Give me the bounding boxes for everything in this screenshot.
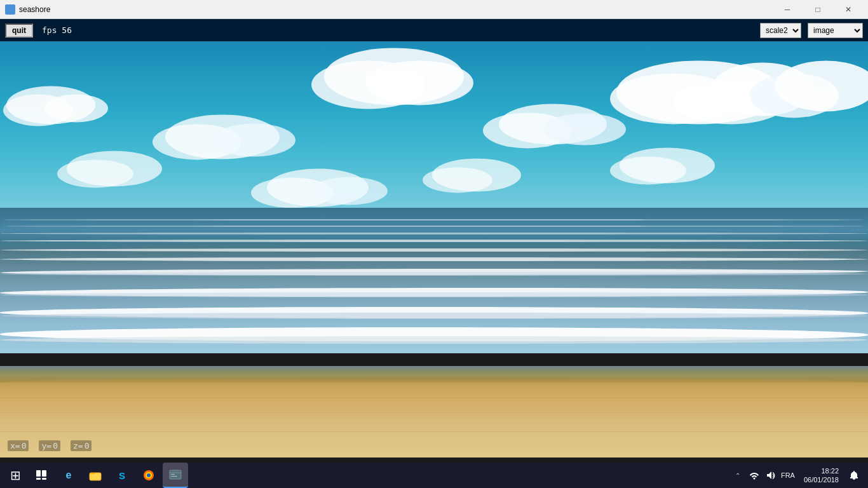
tray-network[interactable] (748, 469, 761, 482)
svg-point-19 (57, 159, 133, 187)
svg-point-8 (365, 60, 473, 105)
mode-select[interactable]: image heightmap normal (808, 23, 863, 38)
title-bar: seashore ─ □ ✕ (0, 0, 868, 19)
clock-time: 18:22 (804, 466, 839, 475)
svg-point-24 (423, 167, 492, 193)
ocean-distant (0, 208, 868, 252)
z-value: 0 (85, 441, 90, 451)
svg-point-26 (610, 156, 686, 184)
window-controls: ─ □ ✕ (773, 0, 863, 19)
wave-distant-3 (0, 233, 868, 234)
x-label: x= (10, 441, 20, 451)
taskbar: ⊞ e S ⌃ FRA 18:22 06/01/2018 (0, 463, 868, 488)
svg-point-45 (753, 478, 755, 480)
fps-counter: fps 56 (42, 25, 72, 35)
title-left: seashore (5, 4, 50, 15)
svg-rect-33 (42, 470, 46, 477)
svg-point-17 (543, 113, 626, 145)
coord-x: x= 0 (8, 440, 29, 451)
wave-mid-3 (0, 257, 868, 261)
wave-near-2b (0, 292, 868, 297)
taskbar-explorer[interactable] (83, 463, 108, 488)
svg-rect-34 (36, 478, 41, 480)
svg-rect-43 (171, 474, 175, 475)
wave-distant-2 (0, 226, 868, 227)
tray-expand[interactable]: ⌃ (731, 469, 744, 482)
coord-y: y= 0 (39, 440, 60, 451)
scale-select[interactable]: scale2 scale1 scale4 (760, 23, 801, 38)
svg-point-14 (213, 123, 295, 156)
y-value: 0 (53, 441, 58, 451)
taskbar-edge[interactable]: e (56, 463, 81, 488)
wave-near-3b (0, 313, 868, 319)
close-button[interactable]: ✕ (834, 0, 863, 19)
quit-button[interactable]: quit (5, 24, 33, 37)
minimize-button[interactable]: ─ (773, 0, 802, 19)
maximize-button[interactable]: □ (803, 0, 832, 19)
tray-language[interactable]: FRA (781, 471, 795, 479)
taskbar-filemanager[interactable] (163, 463, 188, 488)
sand-layer (0, 383, 868, 458)
window-title: seashore (19, 5, 50, 14)
svg-rect-35 (42, 478, 46, 480)
notification-button[interactable] (843, 463, 865, 488)
y-label: y= (41, 441, 51, 451)
system-clock[interactable]: 18:22 06/01/2018 (801, 465, 841, 486)
wave-closest-run (0, 336, 868, 344)
svg-point-11 (44, 94, 108, 122)
z-label: z= (73, 441, 83, 451)
svg-rect-32 (36, 470, 41, 477)
coord-z: z= 0 (71, 440, 92, 451)
viewport[interactable]: x= 0 y= 0 z= 0 (0, 41, 868, 458)
system-tray: ⌃ FRA (726, 469, 800, 482)
tray-volume[interactable] (764, 469, 777, 482)
app-toolbar: quit fps 56 scale2 scale1 scale4 image h… (0, 19, 868, 41)
taskbar-taskview[interactable] (29, 463, 55, 488)
coordinates-overlay: x= 0 y= 0 z= 0 (8, 440, 92, 451)
taskbar-skype[interactable]: S (109, 463, 135, 488)
x-value: 0 (22, 441, 27, 451)
svg-point-40 (147, 473, 151, 477)
app-icon (5, 4, 15, 15)
taskbar-firefox[interactable] (136, 463, 161, 488)
start-button[interactable]: ⊞ (3, 463, 28, 488)
svg-point-22 (311, 177, 388, 205)
clock-date: 06/01/2018 (804, 475, 839, 484)
svg-rect-44 (171, 476, 177, 477)
wave-near-1b (0, 272, 868, 276)
ocean-layer (0, 208, 868, 353)
